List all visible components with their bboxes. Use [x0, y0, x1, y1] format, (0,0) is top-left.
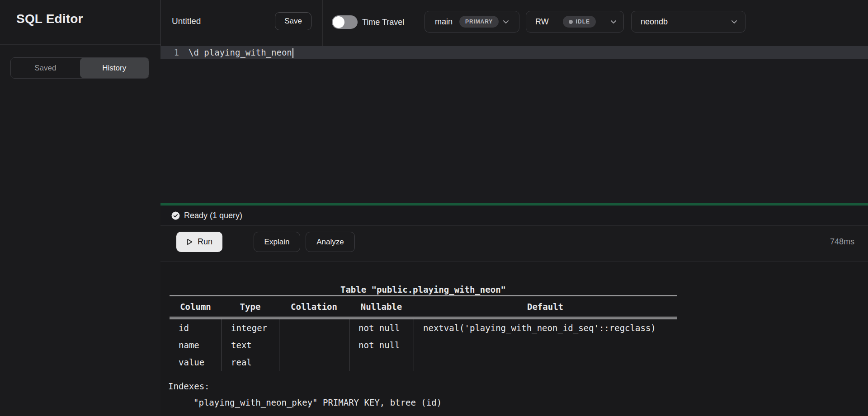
cell	[279, 354, 349, 371]
check-circle-icon	[171, 211, 180, 220]
query-title: Untitled	[172, 16, 201, 26]
cell	[279, 337, 349, 354]
editor-active-line: 1 \d playing_with_neon	[160, 46, 868, 59]
table-row: value real	[170, 354, 677, 371]
column-header: Column	[170, 296, 222, 317]
code-editor[interactable]: 1 \d playing_with_neon	[160, 46, 868, 203]
explain-button[interactable]: Explain	[254, 232, 300, 252]
column-header: Collation	[279, 296, 349, 317]
sidebar-divider	[0, 44, 160, 45]
cell: integer	[222, 319, 279, 337]
line-number: 1	[160, 46, 179, 59]
cell	[414, 354, 677, 371]
cell: nextval('playing_with_neon_id_seq'::regc…	[414, 319, 677, 337]
column-header: Nullable	[349, 296, 414, 317]
text-cursor	[292, 48, 293, 58]
column-header: Type	[222, 296, 279, 317]
actionbar: Run Explain Analyze 748ms	[160, 226, 868, 262]
sidebar: SQL Editor Saved History	[0, 0, 160, 416]
cell	[349, 354, 414, 371]
tab-saved[interactable]: Saved	[11, 58, 80, 78]
play-icon	[186, 238, 193, 246]
branch-selector[interactable]: main PRIMARY	[425, 11, 519, 33]
toggle-knob-icon	[333, 16, 344, 28]
results-table-header: Column Type Collation Nullable Default	[170, 295, 677, 317]
chevron-down-icon	[502, 18, 509, 25]
compute-status-badge: IDLE	[563, 16, 596, 28]
compute-selector[interactable]: RW IDLE	[526, 11, 624, 33]
cell: value	[170, 354, 222, 371]
page-title: SQL Editor	[16, 12, 83, 26]
saved-history-switcher: Saved History	[10, 57, 149, 79]
topbar: Untitled Save Time Travel main PRIMARY R…	[160, 0, 868, 46]
status-text: Ready (1 query)	[184, 206, 242, 226]
table-row: name text not null	[170, 337, 677, 354]
topbar-divider	[322, 0, 323, 46]
branch-primary-badge: PRIMARY	[459, 16, 499, 28]
cell	[414, 337, 677, 354]
cell: id	[170, 319, 222, 337]
branch-name: main	[435, 17, 453, 27]
indexes-label: Indexes:	[168, 380, 210, 393]
code-text: \d playing_with_neon	[189, 47, 292, 57]
database-selector[interactable]: neondb	[631, 11, 745, 33]
run-label: Run	[198, 237, 212, 247]
run-button[interactable]: Run	[176, 232, 222, 252]
time-travel-label: Time Travel	[362, 16, 404, 28]
chevron-down-icon	[610, 18, 617, 25]
database-name: neondb	[641, 17, 668, 27]
cell: name	[170, 337, 222, 354]
action-divider	[238, 234, 238, 250]
chevron-down-icon	[731, 18, 738, 25]
idle-dot-icon	[569, 20, 573, 24]
cell: text	[222, 337, 279, 354]
cell	[279, 319, 349, 337]
sql-editor-app: SQL Editor Saved History Untitled Save T…	[0, 0, 868, 416]
code-line[interactable]: \d playing_with_neon	[189, 46, 293, 59]
column-header: Default	[414, 296, 677, 317]
table-row: id integer not null nextval('playing_wit…	[170, 319, 677, 337]
result-table-title: Table "public.playing_with_neon"	[170, 283, 677, 296]
compute-status-text: IDLE	[576, 19, 590, 25]
compute-name: RW	[535, 17, 549, 27]
time-travel-toggle[interactable]	[332, 15, 358, 29]
save-button[interactable]: Save	[275, 12, 311, 30]
tab-history[interactable]: History	[80, 58, 149, 78]
analyze-button[interactable]: Analyze	[306, 232, 355, 252]
cell: real	[222, 354, 279, 371]
index-entry: "playing_with_neon_pkey" PRIMARY KEY, bt…	[168, 396, 442, 409]
results-table: Column Type Collation Nullable Default i…	[170, 295, 677, 371]
main-panel: Untitled Save Time Travel main PRIMARY R…	[160, 0, 868, 416]
results-panel: Table "public.playing_with_neon" Column …	[160, 262, 868, 416]
cell: not null	[349, 337, 414, 354]
cell: not null	[349, 319, 414, 337]
statusbar: Ready (1 query)	[160, 206, 868, 226]
query-duration: 748ms	[830, 226, 854, 258]
